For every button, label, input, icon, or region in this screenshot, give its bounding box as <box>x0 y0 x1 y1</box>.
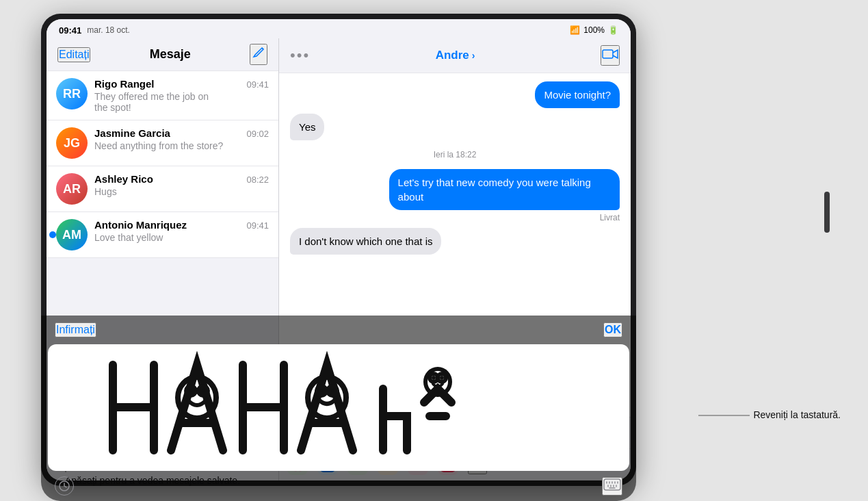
edit-button[interactable]: Editați <box>57 47 90 62</box>
clock-icon <box>59 480 70 491</box>
conv-name: Antonio Manriquez <box>94 219 187 231</box>
battery-indicator: 100% <box>583 25 605 35</box>
conv-top: Jasmine Garcia 09:02 <box>94 127 269 139</box>
chevron-right-icon: › <box>472 50 475 61</box>
hw-canvas[interactable] <box>48 344 629 471</box>
message-text: I don't know which one that is <box>299 235 432 247</box>
conv-preview-line2: the spot! <box>94 102 269 113</box>
svg-point-11 <box>200 388 206 394</box>
conv-content: Rigo Rangel 09:41 They offered me the jo… <box>94 78 269 113</box>
compose-icon <box>251 45 266 60</box>
sidebar-title: Mesaje <box>150 47 191 62</box>
conv-content: Antonio Manriquez 09:41 Love that yellow <box>94 219 269 243</box>
conv-top: Ashley Rico 08:22 <box>94 173 269 185</box>
message-bubble: I don't know which one that is <box>290 228 441 255</box>
message-timestamp: Ieri la 18:22 <box>290 150 620 159</box>
status-bar: 09:41 mar. 18 oct. 📶 100% 🔋 <box>47 19 631 38</box>
conv-top: Antonio Manriquez 09:41 <box>94 219 269 231</box>
handwriting-overlay: Infirmați OK <box>41 316 636 501</box>
conv-top: Rigo Rangel 09:41 <box>94 78 269 90</box>
delivered-status: Livrat <box>290 213 620 222</box>
message-text: Movie tonight? <box>544 89 611 101</box>
hw-footer <box>41 471 636 501</box>
battery-icon: 🔋 <box>608 25 618 35</box>
conv-time: 09:02 <box>246 129 269 139</box>
status-time: 09:41 <box>59 25 81 36</box>
sidebar-header: Editați Mesaje <box>47 38 278 70</box>
svg-point-10 <box>188 388 194 394</box>
conv-name: Rigo Rangel <box>94 78 155 90</box>
history-button[interactable] <box>55 476 74 496</box>
contact-name-label: Andre <box>436 49 469 62</box>
message-bubble: Let's try that new comedy you were talki… <box>389 169 620 210</box>
video-icon <box>602 48 618 60</box>
compose-button[interactable] <box>250 44 267 65</box>
avatar: AM <box>56 219 88 250</box>
annotation-line-right <box>698 415 753 416</box>
conv-preview: Need anything from the store? <box>94 140 269 151</box>
unread-dot <box>49 231 56 238</box>
conv-name: Ashley Rico <box>94 173 153 185</box>
svg-point-14 <box>330 388 335 394</box>
annotation-keyboard: Reveniți la tastatură. <box>753 409 841 420</box>
conv-preview: They offered me the job on <box>94 91 269 102</box>
video-call-button[interactable] <box>601 45 620 66</box>
conv-content: Jasmine Garcia 09:02 Need anything from … <box>94 127 269 151</box>
haha-drawing <box>82 351 595 464</box>
avatar: JG <box>56 127 88 159</box>
side-button[interactable] <box>824 192 830 233</box>
conv-time: 09:41 <box>246 79 269 90</box>
svg-point-13 <box>319 388 324 394</box>
list-item[interactable]: JG Jasmine Garcia 09:02 Need anything fr… <box>47 120 278 166</box>
avatar: RR <box>56 78 88 110</box>
conv-time: 09:41 <box>246 220 269 231</box>
status-right: 📶 100% 🔋 <box>570 25 618 35</box>
status-date: mar. 18 oct. <box>87 25 130 35</box>
infirm-button[interactable]: Infirmați <box>55 322 96 337</box>
svg-rect-0 <box>603 50 613 58</box>
svg-point-16 <box>432 376 436 380</box>
list-item[interactable]: AM Antonio Manriquez 09:41 Love that yel… <box>47 212 278 258</box>
conv-preview: Hugs <box>94 186 269 197</box>
message-text: Yes <box>299 121 315 133</box>
header-dots: ••• <box>290 47 310 64</box>
keyboard-button[interactable] <box>602 477 622 496</box>
conv-name: Jasmine Garcia <box>94 127 170 139</box>
annotation-keyboard-label: Reveniți la tastatură. <box>753 409 841 420</box>
conv-preview: Love that yellow <box>94 232 269 243</box>
svg-point-17 <box>440 376 444 380</box>
conv-content: Ashley Rico 08:22 Hugs <box>94 173 269 197</box>
wifi-icon: 📶 <box>570 25 580 35</box>
list-item[interactable]: AR Ashley Rico 08:22 Hugs <box>47 166 278 212</box>
ok-button[interactable]: OK <box>603 322 622 337</box>
chat-header: ••• Andre › <box>279 38 631 73</box>
hw-header: Infirmați OK <box>41 316 636 344</box>
conv-time: 08:22 <box>246 175 269 185</box>
avatar: AR <box>56 173 88 205</box>
chat-contact-name[interactable]: Andre › <box>436 49 475 62</box>
keyboard-icon <box>603 478 621 491</box>
message-bubble: Yes <box>290 114 324 140</box>
message-text: Let's try that new comedy you were talki… <box>398 177 591 203</box>
list-item[interactable]: RR Rigo Rangel 09:41 They offered me the… <box>47 70 278 120</box>
message-bubble: Movie tonight? <box>535 81 620 108</box>
